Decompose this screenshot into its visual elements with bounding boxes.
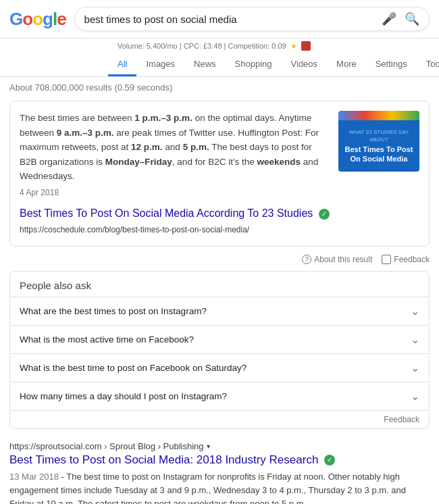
search-meta: Volume: 5,400/mo | CPC: £3.48 | Competit… bbox=[0, 39, 439, 53]
nav-tabs: All Images News Shopping Videos More Set… bbox=[0, 53, 439, 77]
second-result-snippet: 13 Mar 2018 - The best time to post on I… bbox=[9, 470, 430, 504]
google-logo: Google bbox=[9, 9, 66, 30]
star-icon: ★ bbox=[290, 42, 297, 51]
tab-shopping[interactable]: Shopping bbox=[226, 53, 282, 76]
tab-all[interactable]: All bbox=[108, 53, 136, 76]
paa-item-1[interactable]: What is the most active time on Facebook… bbox=[10, 325, 429, 353]
paa-item-2[interactable]: What is the best time to post on Faceboo… bbox=[10, 353, 429, 382]
chevron-down-icon: ⌄ bbox=[411, 333, 419, 346]
tab-settings[interactable]: Settings bbox=[366, 53, 417, 76]
result-card-image: WHAT 23 STUDIES SAY ABOUT Best Times To … bbox=[338, 111, 419, 172]
paa-item-0[interactable]: What are the best times to post on Insta… bbox=[10, 297, 429, 325]
people-also-ask-section: People also ask What are the best times … bbox=[9, 271, 430, 429]
search-bar[interactable]: best times to post on social media 🎤 🔍 bbox=[74, 7, 430, 31]
second-result-title[interactable]: Best Times to Post on Social Media: 2018… bbox=[9, 453, 430, 468]
results-count: About 708,000,000 results (0.59 seconds) bbox=[0, 77, 439, 97]
first-result-snippet: The best times are between 1 p.m.–3 p.m.… bbox=[20, 113, 319, 181]
about-row: ? About this result Feedback bbox=[0, 252, 439, 267]
header: Google best times to post on social medi… bbox=[0, 0, 439, 39]
chevron-down-icon: ⌄ bbox=[411, 361, 419, 374]
paa-feedback[interactable]: Feedback bbox=[10, 410, 429, 428]
tab-more[interactable]: More bbox=[327, 53, 366, 76]
second-result: https://sproutsocial.com › Sprout Blog ›… bbox=[9, 434, 430, 504]
paa-item-3[interactable]: How many times a day should I post on In… bbox=[10, 382, 429, 410]
search-icon[interactable]: 🔍 bbox=[405, 11, 419, 26]
first-result-url: https://coschedule.com/blog/best-times-t… bbox=[20, 224, 330, 236]
image-content: WHAT 23 STUDIES SAY ABOUT Best Times To … bbox=[338, 120, 419, 172]
first-result-title-link[interactable]: Best Times To Post On Social Media Accor… bbox=[20, 205, 330, 222]
second-result-breadcrumb: https://sproutsocial.com › Sprout Blog ›… bbox=[9, 441, 430, 451]
image-small-text: WHAT 23 STUDIES SAY ABOUT bbox=[342, 128, 415, 143]
about-this-result[interactable]: ? About this result bbox=[302, 255, 372, 264]
chevron-down-icon: ⌄ bbox=[411, 305, 419, 318]
first-result-text: The best times are between 1 p.m.–3 p.m.… bbox=[20, 111, 330, 236]
feedback-icon bbox=[382, 255, 391, 264]
dropdown-arrow-icon[interactable]: ▾ bbox=[207, 443, 210, 450]
feedback-button[interactable]: Feedback bbox=[382, 255, 430, 264]
chevron-down-icon: ⌄ bbox=[411, 390, 419, 403]
info-icon: ? bbox=[302, 255, 311, 264]
image-big-text: Best Times To Post On Social Media bbox=[342, 145, 415, 164]
tab-tools[interactable]: Tools bbox=[417, 53, 439, 76]
first-result-date: 4 Apr 2018 bbox=[20, 186, 330, 199]
flag-icon bbox=[301, 41, 311, 51]
paa-title: People also ask bbox=[10, 272, 429, 297]
tab-videos[interactable]: Videos bbox=[282, 53, 328, 76]
tab-news[interactable]: News bbox=[184, 53, 226, 76]
verified-icon: ✓ bbox=[319, 209, 330, 220]
microphone-icon[interactable]: 🎤 bbox=[382, 11, 396, 26]
search-input[interactable]: best times to post on social media bbox=[84, 14, 376, 25]
first-result-card: The best times are between 1 p.m.–3 p.m.… bbox=[9, 101, 430, 247]
tab-images[interactable]: Images bbox=[136, 53, 184, 76]
image-color-bar bbox=[338, 111, 419, 120]
verified-icon-2: ✓ bbox=[324, 455, 335, 465]
